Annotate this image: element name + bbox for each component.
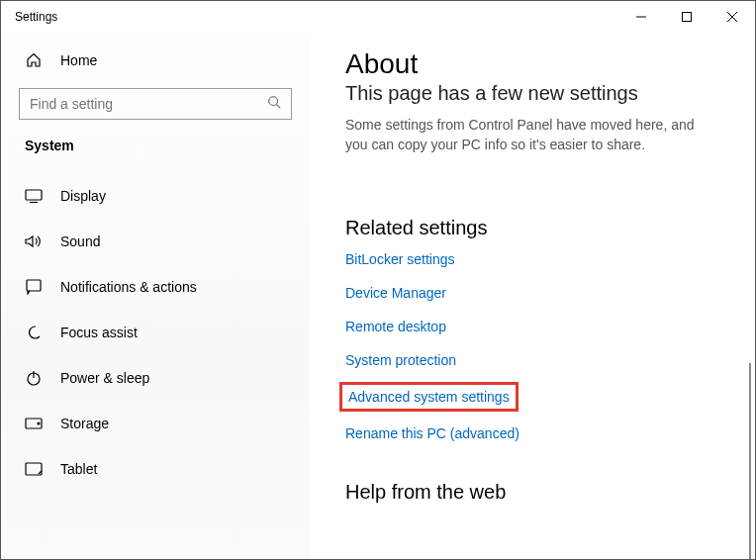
search-icon bbox=[267, 95, 281, 113]
sidebar-item-label: Display bbox=[60, 188, 106, 204]
svg-rect-6 bbox=[26, 190, 42, 200]
page-title: About bbox=[345, 48, 731, 80]
sidebar-item-label: Focus assist bbox=[60, 325, 138, 340]
svg-point-12 bbox=[38, 422, 40, 424]
title-bar: Settings bbox=[1, 1, 755, 33]
sidebar-item-focus-assist[interactable]: Focus assist bbox=[1, 310, 310, 355]
sidebar-home-label: Home bbox=[60, 52, 97, 68]
sidebar: Home System Display Sound bbox=[1, 33, 310, 559]
main-panel: About This page has a few new settings S… bbox=[310, 33, 755, 559]
sidebar-item-label: Tablet bbox=[60, 461, 97, 477]
search-input[interactable] bbox=[30, 96, 267, 112]
sound-icon bbox=[25, 234, 43, 248]
sidebar-item-display[interactable]: Display bbox=[1, 173, 310, 219]
sidebar-category-header: System bbox=[1, 120, 310, 159]
link-remote-desktop[interactable]: Remote desktop bbox=[345, 319, 731, 334]
close-button[interactable] bbox=[709, 1, 755, 33]
svg-line-5 bbox=[277, 105, 281, 109]
link-system-protection[interactable]: System protection bbox=[345, 352, 731, 368]
window-title: Settings bbox=[15, 10, 618, 24]
sidebar-item-label: Storage bbox=[60, 416, 109, 431]
sidebar-item-label: Sound bbox=[60, 233, 100, 249]
sidebar-item-label: Notifications & actions bbox=[60, 279, 197, 295]
window-controls bbox=[618, 1, 755, 33]
link-advanced-system-settings[interactable]: Advanced system settings bbox=[339, 382, 519, 412]
maximize-button[interactable] bbox=[664, 1, 709, 33]
svg-rect-8 bbox=[27, 280, 41, 291]
scrollbar[interactable] bbox=[749, 363, 751, 559]
search-input-wrapper[interactable] bbox=[19, 88, 292, 120]
link-rename-pc[interactable]: Rename this PC (advanced) bbox=[345, 425, 731, 441]
display-icon bbox=[25, 189, 43, 203]
link-device-manager[interactable]: Device Manager bbox=[345, 285, 731, 301]
page-subtitle: This page has a few new settings bbox=[345, 82, 731, 105]
svg-rect-1 bbox=[683, 13, 692, 22]
related-settings-header: Related settings bbox=[345, 217, 731, 239]
sidebar-item-sound[interactable]: Sound bbox=[1, 219, 310, 264]
sidebar-item-storage[interactable]: Storage bbox=[1, 401, 310, 446]
focus-assist-icon bbox=[25, 325, 43, 340]
home-icon bbox=[25, 52, 43, 68]
link-bitlocker[interactable]: BitLocker settings bbox=[345, 251, 731, 267]
power-icon bbox=[25, 370, 43, 386]
tablet-icon bbox=[25, 462, 43, 476]
sidebar-item-power-sleep[interactable]: Power & sleep bbox=[1, 355, 310, 401]
sidebar-item-tablet[interactable]: Tablet bbox=[1, 446, 310, 492]
minimize-button[interactable] bbox=[618, 1, 664, 33]
svg-point-4 bbox=[269, 97, 278, 106]
notifications-icon bbox=[25, 279, 43, 295]
page-description: Some settings from Control Panel have mo… bbox=[345, 115, 711, 155]
help-header: Help from the web bbox=[345, 481, 731, 504]
storage-icon bbox=[25, 418, 43, 429]
sidebar-home[interactable]: Home bbox=[1, 41, 310, 80]
sidebar-item-notifications[interactable]: Notifications & actions bbox=[1, 264, 310, 310]
sidebar-item-label: Power & sleep bbox=[60, 370, 149, 386]
